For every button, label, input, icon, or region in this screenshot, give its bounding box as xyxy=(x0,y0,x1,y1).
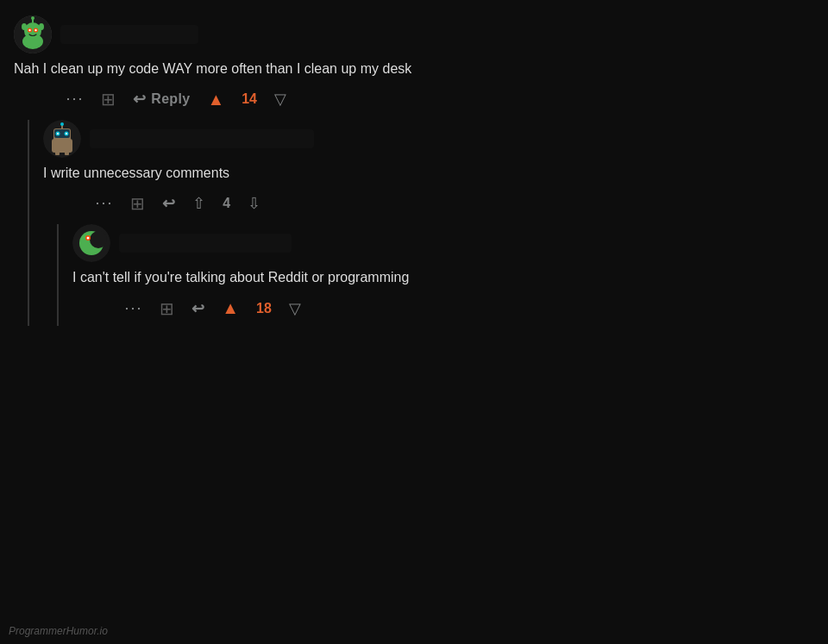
username-redacted xyxy=(60,25,198,44)
comment-1: Nah I clean up my code WAY more often th… xyxy=(14,16,814,116)
svg-point-4 xyxy=(39,23,44,30)
svg-point-18 xyxy=(66,133,67,134)
vote-count-2: 4 xyxy=(223,196,230,211)
downvote-button[interactable]: ▽ xyxy=(274,90,286,109)
reply-label: Reply xyxy=(151,91,190,107)
reply-arrow-icon-2: ↩ xyxy=(162,194,175,213)
reply-button-2[interactable]: ↩ xyxy=(162,194,175,213)
comment-3-actions: ⋮ ⊞ ↩ ▲ 18 ▽ xyxy=(72,297,814,326)
avatar-2[interactable] xyxy=(43,120,81,158)
comment-2: I write unnecessary comments ⋮ ⊞ ↩ ⇧ 4 ⇩ xyxy=(43,120,814,221)
comment-thread: Nah I clean up my code WAY more often th… xyxy=(0,0,828,326)
nested-level-2: I can't tell if you're talking about Red… xyxy=(57,224,814,325)
svg-point-17 xyxy=(57,133,59,134)
reply-arrow-icon-3: ↩ xyxy=(191,299,204,318)
comment-2-actions: ⋮ ⊞ ↩ ⇧ 4 ⇩ xyxy=(43,191,814,221)
svg-point-27 xyxy=(87,237,90,240)
svg-point-3 xyxy=(22,23,27,30)
more-options-icon-3[interactable]: ⋮ xyxy=(123,299,144,317)
comment-2-text: I write unnecessary comments xyxy=(43,163,814,183)
more-options-icon[interactable]: ⋮ xyxy=(65,91,85,109)
reply-button[interactable]: ↩ Reply xyxy=(133,90,190,109)
avatar-3[interactable] xyxy=(72,224,110,262)
svg-point-7 xyxy=(28,29,30,31)
gift-icon-3[interactable]: ⊞ xyxy=(160,298,174,319)
upvote-button[interactable]: ▲ xyxy=(207,90,224,109)
svg-point-25 xyxy=(90,231,107,248)
svg-point-20 xyxy=(60,122,64,126)
vote-count: 14 xyxy=(242,91,257,107)
comment-3-header xyxy=(72,224,814,262)
comment-3-body: I can't tell if you're talking about Red… xyxy=(72,267,814,296)
more-options-icon-2[interactable]: ⋮ xyxy=(94,195,115,213)
comment-2-header xyxy=(43,120,814,158)
avatar[interactable] xyxy=(14,16,52,53)
comment-3: I can't tell if you're talking about Red… xyxy=(72,224,814,325)
svg-point-10 xyxy=(31,16,34,20)
vote-count-3: 18 xyxy=(256,301,272,316)
username-redacted-2 xyxy=(90,129,314,148)
comment-3-text: I can't tell if you're talking about Red… xyxy=(72,267,814,287)
svg-rect-22 xyxy=(65,151,69,155)
svg-point-2 xyxy=(24,22,41,40)
comment-1-text: Nah I clean up my code WAY more often th… xyxy=(14,59,814,78)
downvote-button-2[interactable]: ⇩ xyxy=(248,194,260,213)
comment-2-body: I write unnecessary comments xyxy=(43,163,814,191)
nested-comments: I write unnecessary comments ⋮ ⊞ ↩ ⇧ 4 ⇩ xyxy=(28,120,814,325)
downvote-button-3[interactable]: ▽ xyxy=(289,299,301,318)
upvote-button-2[interactable]: ⇧ xyxy=(192,194,205,213)
comment-1-actions: ⋮ ⊞ ↩ Reply ▲ 14 ▽ xyxy=(14,87,814,116)
watermark: ProgrammerHumor.io xyxy=(9,625,108,637)
reply-arrow-icon: ↩ xyxy=(133,90,146,109)
comment-1-body: Nah I clean up my code WAY more often th… xyxy=(14,59,814,87)
upvote-button-3[interactable]: ▲ xyxy=(222,298,239,318)
username-redacted-3 xyxy=(119,234,292,253)
reply-button-3[interactable]: ↩ xyxy=(191,299,204,318)
comment-1-header xyxy=(14,16,814,53)
svg-rect-21 xyxy=(55,151,60,155)
gift-icon-2[interactable]: ⊞ xyxy=(130,193,145,214)
svg-point-8 xyxy=(34,29,36,31)
gift-icon[interactable]: ⊞ xyxy=(101,89,116,109)
